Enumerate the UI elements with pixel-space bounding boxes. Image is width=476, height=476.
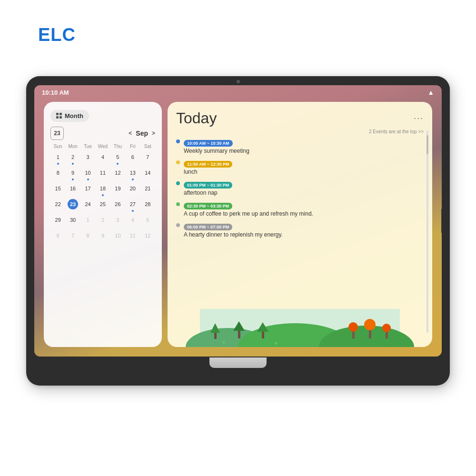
day-sun: Sun [50,144,65,149]
cal-cell[interactable]: 7 [140,151,155,166]
event-item-1[interactable]: 10:00 AM ~ 10:30 AM Weekly summary meeti… [176,138,424,154]
cal-cell[interactable]: 12 [110,167,125,181]
event-bullet [176,139,180,143]
side-button[interactable] [441,209,442,233]
cal-cell[interactable]: 19 [110,182,125,197]
event-item-4[interactable]: 02:30 PM ~ 03:30 PM A cup of coffee to p… [176,201,424,217]
day-thu: Thu [110,144,125,149]
event-item-5[interactable]: 06:00 PM ~ 07:00 PM A hearty dinner to r… [176,222,424,238]
cal-cell[interactable]: 11 [95,167,110,181]
cal-cell[interactable]: 9 [65,167,80,181]
cal-cell[interactable]: 18 [95,182,110,197]
svg-point-17 [275,342,278,345]
content-area: Month 23 < Sep > Sun [44,102,432,347]
cal-cell[interactable]: 17 [80,182,95,197]
event-item-2[interactable]: 11:50 AM ~ 12:30 PM lunch [176,159,424,175]
current-month-label: Sep [136,129,148,137]
cal-cell[interactable]: 10 [80,167,95,181]
cal-cell[interactable]: 5 [110,151,125,166]
cal-cell[interactable]: 10 [110,229,125,244]
event-time-badge: 10:00 AM ~ 10:30 AM [184,140,233,147]
scrollbar[interactable] [426,130,428,333]
cal-cell[interactable]: 9 [95,229,110,244]
cal-cell[interactable]: 27 [125,198,140,213]
calendar-grid: Sun Mon Tue Wed Thu Fri Sat 1 2 3 [50,144,155,244]
event-content: 01:00 PM ~ 01:30 PM aftertoon nap [184,180,424,196]
cal-cell[interactable]: 14 [140,167,155,181]
cal-cell[interactable]: 12 [140,229,155,244]
event-item-3[interactable]: 01:00 PM ~ 01:30 PM aftertoon nap [176,180,424,196]
elc-logo: ELC [38,25,76,45]
cal-cell[interactable]: 3 [110,214,125,228]
svg-point-16 [222,341,225,344]
cal-cell[interactable]: 3 [80,151,95,166]
svg-rect-8 [262,331,264,338]
cal-cell[interactable]: 26 [110,198,125,213]
event-bullet [176,223,180,227]
calendar-week-5: 29 30 1 2 3 4 5 [50,214,155,228]
camera [237,80,240,83]
calendar-week-4: 22 23 24 25 26 27 28 [50,198,155,213]
svg-rect-4 [214,332,217,339]
month-navigator: < Sep > [129,129,155,137]
event-title: aftertoon nap [184,189,424,196]
cal-cell[interactable]: 4 [95,151,110,166]
event-time-badge: 11:50 AM ~ 12:30 PM [184,161,232,168]
today-header: Today ··· [176,109,424,127]
cal-cell[interactable]: 15 [50,182,65,197]
event-bullet [176,202,180,206]
cal-cell[interactable]: 1 [50,151,65,166]
scroll-thumb[interactable] [426,135,428,154]
event-content: 06:00 PM ~ 07:00 PM A hearty dinner to r… [184,222,424,238]
cal-cell[interactable]: 21 [140,182,155,197]
cal-cell[interactable]: 1 [80,214,95,228]
calendar-week-2: 8 9 10 11 12 13 14 [50,167,155,181]
day-sat: Sat [140,144,155,149]
cal-cell[interactable]: 30 [65,214,80,228]
calendar-nav: 23 < Sep > [50,127,155,140]
event-title: A hearty dinner to replenish my energy. [184,231,424,238]
svg-point-11 [348,322,358,332]
cal-cell[interactable]: 13 [125,167,140,181]
calendar-week-6: 6 7 8 9 10 11 12 [50,229,155,244]
cal-cell[interactable]: 11 [125,229,140,244]
event-title: Weekly summary meeting [184,148,424,154]
cal-cell-today[interactable]: 23 [65,198,80,213]
cal-cell[interactable]: 6 [50,229,65,244]
cal-cell[interactable]: 16 [65,182,80,197]
today-title: Today [176,109,217,127]
cal-cell[interactable]: 22 [50,198,65,213]
cal-cell[interactable]: 25 [95,198,110,213]
calendar-week-3: 15 16 17 18 19 20 21 [50,182,155,197]
event-list: 10:00 AM ~ 10:30 AM Weekly summary meeti… [176,138,424,238]
cal-cell[interactable]: 6 [125,151,140,166]
status-bar: 10:10 AM ▲ [34,85,442,99]
cal-cell[interactable]: 20 [125,182,140,197]
tablet-screen: 10:10 AM ▲ Month 23 [34,85,442,357]
day-mon: Mon [65,144,80,149]
status-time: 10:10 AM [42,89,69,96]
svg-point-15 [382,324,391,332]
cal-cell[interactable]: 2 [95,214,110,228]
next-month-button[interactable]: > [152,130,155,137]
cal-cell[interactable]: 2 [65,151,80,166]
cal-cell[interactable]: 8 [50,167,65,181]
tablet-device: 10:10 AM ▲ Month 23 [26,76,450,386]
event-title: A cup of coffee to perk me up and refres… [184,210,424,217]
tablet-stand [209,357,267,368]
event-time-badge: 02:30 PM ~ 03:30 PM [184,203,232,209]
day-wed: Wed [95,144,110,149]
prev-month-button[interactable]: < [129,130,132,137]
month-button-label: Month [65,112,83,119]
cal-cell[interactable]: 4 [125,214,140,228]
cal-cell[interactable]: 29 [50,214,65,228]
cal-cell[interactable]: 8 [80,229,95,244]
cal-cell[interactable]: 7 [65,229,80,244]
cal-cell[interactable]: 24 [80,198,95,213]
month-view-button[interactable]: Month [50,110,89,122]
cal-cell[interactable]: 5 [140,214,155,228]
today-widget: Today ··· 2 Events are at the top >> 10:… [168,102,432,347]
cal-cell[interactable]: 28 [140,198,155,213]
more-options-button[interactable]: ··· [414,113,424,123]
page-wrapper: ELC 10:10 AM ▲ Month [0,0,476,476]
